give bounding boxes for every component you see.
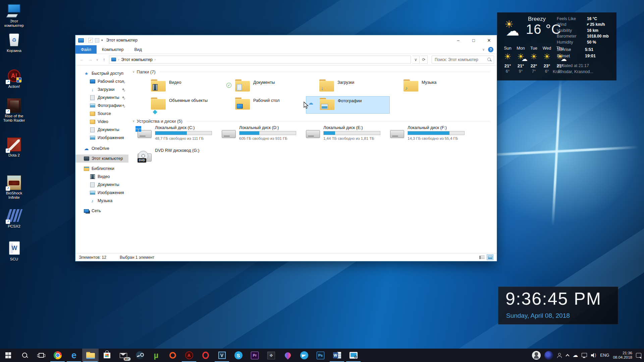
desktop-icon-rise-of-the-tomb-raider[interactable]: ↗ Rise of the Tomb Raider <box>0 98 28 123</box>
sidebar-item-lib-music[interactable]: Музыка <box>75 197 128 205</box>
taskbar-app-premiere[interactable]: Pr <box>247 349 263 362</box>
tray-clock[interactable]: 21:36 08.04.2018 <box>613 351 632 360</box>
sidebar-item-onedrive[interactable]: OneDrive <box>75 144 128 153</box>
weather-widget[interactable]: ☀☁ Breezy 16 °C Feels Like16 °C Wind◤25 … <box>497 12 616 80</box>
breadcrumb[interactable]: Этот компьютер <box>121 57 152 62</box>
taskbar-app-display-settings[interactable] <box>345 349 362 362</box>
task-view-button[interactable] <box>33 349 49 362</box>
drive-tile-c[interactable]: Локальный диск (C:) 48,7 ГБ свободно из … <box>138 125 221 143</box>
details-view-button[interactable] <box>479 254 485 260</box>
taskbar-app-telegram[interactable] <box>296 349 312 362</box>
back-button[interactable]: ← <box>78 57 85 62</box>
desktop-icon-action[interactable]: A!↗ Action! <box>0 69 28 89</box>
search-input[interactable] <box>434 57 487 62</box>
help-button[interactable]: ? <box>488 47 493 52</box>
start-button[interactable] <box>0 349 16 362</box>
sidebar-item-libraries[interactable]: Библиотеки <box>75 165 128 173</box>
game-avatar-icon[interactable] <box>532 351 541 360</box>
desktop-icon-scu[interactable]: W SCU <box>0 241 28 261</box>
sidebar-item-lib-video[interactable]: Видео <box>75 173 128 181</box>
sidebar-item-lib-images[interactable]: Изображения <box>75 189 128 197</box>
recent-locations-chevron-icon[interactable]: ∨ <box>95 58 99 61</box>
folder-tile-3d-objects[interactable]: ◆ Объемные объекты <box>138 96 221 114</box>
taskbar-search-button[interactable] <box>16 349 33 362</box>
minimize-button[interactable]: – <box>450 35 466 45</box>
title-bar[interactable]: ✓ ▾ Этот компьютер – □ ✕ <box>75 35 497 45</box>
collapse-chevron-icon[interactable]: ∨ <box>132 119 135 123</box>
taskbar-app-action[interactable]: A <box>181 349 197 362</box>
maximize-button[interactable]: □ <box>466 35 481 45</box>
tab-computer[interactable]: Компьютер <box>97 45 129 54</box>
people-icon[interactable] <box>557 353 562 358</box>
desktop-icon-pcsx2[interactable]: ↗ PCSX2 <box>0 208 28 229</box>
tab-file[interactable]: Файл <box>75 45 97 54</box>
properties-check-icon[interactable]: ✓ <box>88 38 93 43</box>
new-folder-icon[interactable] <box>95 38 99 43</box>
tray-chevron-up-icon[interactable] <box>566 354 570 358</box>
sidebar-item-quick-access[interactable]: Быстрый доступ <box>75 69 128 77</box>
expand-ribbon-chevron-icon[interactable]: ∨ <box>482 48 485 51</box>
taskbar-app-mail[interactable]: 99+ <box>115 349 131 362</box>
close-button[interactable]: ✕ <box>481 35 497 45</box>
address-dropdown-chevron-icon[interactable]: ∨ <box>412 56 420 64</box>
folder-tile-video[interactable]: Видео <box>138 78 221 96</box>
sidebar-item-video[interactable]: Video <box>75 118 128 126</box>
sidebar-item-lib-documents[interactable]: Документы <box>75 181 128 189</box>
taskbar-app-origin[interactable] <box>164 349 181 362</box>
folder-tile-downloads[interactable]: ↓ Загрузки <box>306 78 390 96</box>
taskbar-app-photoshop[interactable]: Ps <box>312 349 329 362</box>
group-header-folders[interactable]: ∨ Папки (7) <box>132 69 490 75</box>
drive-tile-e[interactable]: Локальный диск (E:) 1,44 ТБ свободно из … <box>306 125 390 143</box>
taskbar-app-chrome[interactable] <box>49 349 66 362</box>
sidebar-item-this-pc[interactable]: Этот компьютер <box>75 155 128 163</box>
user-avatar-icon[interactable] <box>544 351 553 360</box>
customize-toolbar-chevron-icon[interactable]: ▾ <box>101 39 103 42</box>
sidebar-item-images[interactable]: Изображения <box>75 134 128 142</box>
drive-tile-f[interactable]: Локальный диск (F:) 14,3 ГБ свободно из … <box>390 125 474 143</box>
volume-tray-icon[interactable]: ) <box>591 353 596 358</box>
taskbar-app-paint[interactable] <box>279 349 296 362</box>
taskbar-app-vegas[interactable]: V <box>214 349 230 362</box>
folder-tile-documents[interactable]: ✓ Документы <box>222 78 306 96</box>
desktop-icon-recycle-bin[interactable]: ♻ Корзина <box>0 33 28 53</box>
large-icons-view-button[interactable] <box>487 254 493 260</box>
sidebar-item-documents-2[interactable]: Документы <box>75 126 128 134</box>
drive-tile-dvd[interactable]: DVD DVD RW дисковод (G:) <box>138 148 221 166</box>
clock-widget[interactable]: 9:36:45 PM Sunday, April 08, 2018 <box>498 287 618 324</box>
action-center-icon[interactable] <box>636 353 641 358</box>
network-tray-icon[interactable] <box>582 353 587 358</box>
refresh-button[interactable]: ⟳ <box>420 56 428 64</box>
desktop-icon-dota-2[interactable]: ↗ Dota 2 <box>0 137 28 158</box>
sidebar-item-source[interactable]: Source <box>75 110 128 118</box>
taskbar-app-utorrent[interactable]: µ <box>148 349 164 362</box>
group-header-devices[interactable]: ∨ Устройства и диски (5) <box>132 118 490 124</box>
folder-tile-music[interactable]: ♪ Музыка <box>390 78 474 96</box>
taskbar-app-store[interactable] <box>99 349 115 362</box>
taskbar-app-steam[interactable] <box>131 349 148 362</box>
taskbar-app-game[interactable]: ❖ <box>263 349 279 362</box>
search-icon[interactable] <box>487 57 492 62</box>
sidebar-item-photos[interactable]: Фотографии <box>75 102 128 110</box>
desktop-icon-bioshock-infinite[interactable]: ↗ BioShock Infinite <box>0 175 28 200</box>
breadcrumb-chevron-icon[interactable]: › <box>155 58 156 61</box>
onedrive-tray-icon[interactable]: ☁ <box>573 353 578 358</box>
taskbar-app-opera[interactable] <box>197 349 214 362</box>
search-box[interactable] <box>432 56 494 64</box>
folder-tile-photos[interactable]: ☁ Фотографии <box>306 96 390 114</box>
address-bar[interactable]: › Этот компьютер › <box>109 56 411 64</box>
folder-tile-desktop[interactable]: Рабочий стол <box>222 96 306 114</box>
taskbar-app-file-explorer[interactable] <box>82 349 99 362</box>
forward-button[interactable]: → <box>87 57 94 62</box>
sidebar-item-network[interactable]: Сеть <box>75 207 128 215</box>
desktop-icon-this-pc[interactable]: Этот компьютер <box>0 3 28 28</box>
taskbar-app-skype[interactable]: S <box>230 349 247 362</box>
up-button[interactable]: ↑ <box>101 57 108 62</box>
taskbar-app-word[interactable] <box>329 349 345 362</box>
sidebar-item-downloads[interactable]: Загрузки <box>75 85 128 94</box>
language-indicator[interactable]: ENG <box>600 353 609 358</box>
drive-tile-d[interactable]: Локальный диск (D:) 605 ГБ свободно из 9… <box>222 125 306 143</box>
sidebar-item-documents[interactable]: Документы <box>75 94 128 102</box>
sidebar-item-desktop[interactable]: Рабочий стол <box>75 77 128 85</box>
taskbar-app-edge[interactable]: e <box>66 349 82 362</box>
tab-view[interactable]: Вид <box>129 45 147 54</box>
